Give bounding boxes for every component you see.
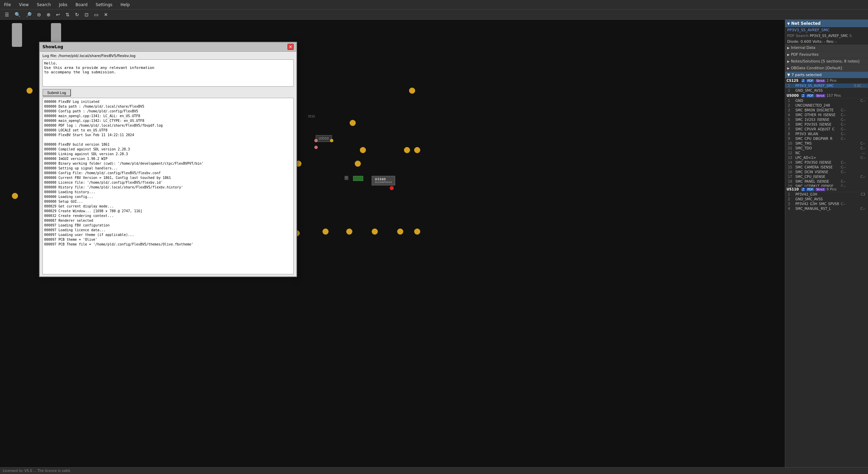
menu-view[interactable]: View xyxy=(18,2,30,8)
pcb-component[interactable] xyxy=(414,147,420,153)
u5110-net-2[interactable]: 2GND_SMC_AVSS xyxy=(785,197,868,202)
u5000-net-12[interactable]: 12NC--- xyxy=(785,151,868,156)
log-output[interactable]: 000000 FlexBV Log initiated 000000 Data … xyxy=(42,98,294,274)
c5125-nets: 1 PP3V3_S5_AVREF_SMC 0.6C -- 2 GND_SMC_A… xyxy=(785,84,868,93)
c5125-net-1[interactable]: 1 PP3V3_S5_AVREF_SMC 0.6C -- xyxy=(785,84,868,88)
menu-jobs[interactable]: Jobs xyxy=(58,2,69,8)
pcb-component[interactable] xyxy=(346,229,352,235)
parts-selected-count: 7 parts selected xyxy=(791,73,821,77)
obdata-row[interactable]: ▶ OBData Condition [Default] xyxy=(785,65,868,72)
u5000-net-10[interactable]: 10SMC_TMSC-- xyxy=(785,141,868,146)
u5000-net-1[interactable]: 1GNDC-- xyxy=(785,98,868,103)
pcb-resistor[interactable]: R xyxy=(345,176,348,180)
toolbar-fit-btn[interactable]: ⊡ xyxy=(82,11,91,18)
parts-selected-header: ▼ 7 parts selected xyxy=(785,72,868,78)
log-line: 000097 PCB Theme file = '/home/pld/.conf… xyxy=(44,242,292,247)
pcb-component[interactable] xyxy=(397,229,403,235)
u5000-net-9[interactable]: 9SMC_CPU_DBGPWR_RC-- xyxy=(785,136,868,141)
u5000-net-19[interactable]: 19SMC_LCDBKLT_ISENSEC-- xyxy=(785,184,868,187)
component-u5110[interactable]: U5110 Z PDF Strict 9 Pins xyxy=(785,187,868,192)
toolbar-undo-btn[interactable]: ↩ xyxy=(54,11,62,18)
u5000-net-4[interactable]: 4SMC_OTHER_HI_ISENSEC-- xyxy=(785,113,868,117)
u5000-net-17[interactable]: 17SMC_CPU_ISENSEC-- xyxy=(785,175,868,179)
pcb-component[interactable] xyxy=(355,161,361,167)
c5125-net-2[interactable]: 2 GND_SMC_AVSS xyxy=(785,88,868,93)
log-line: 000032 Create rendering context... xyxy=(44,214,292,218)
submit-log-button[interactable]: Submit Log xyxy=(42,89,71,96)
u5000-z-badge: Z xyxy=(801,94,805,97)
toolbar-rect-btn[interactable]: ▭ xyxy=(92,11,100,18)
log-line: 000097 Loading user theme (if applicable… xyxy=(44,233,292,237)
u5000-net-2[interactable]: 2UNCONNECTED_248 xyxy=(785,103,868,108)
u5000-net-11[interactable]: 11SMC_TDOC-- xyxy=(785,146,868,151)
log-file-path: Log file: /home/pld/.local/share/FlexBV5… xyxy=(42,54,294,58)
log-line: 000000 Compiled against SDL version 2.28… xyxy=(44,147,292,152)
menu-settings[interactable]: Settings xyxy=(94,2,114,8)
u5110-pdf-badge: PDF xyxy=(806,188,814,191)
menu-search[interactable]: Search xyxy=(36,2,52,8)
u3510-component[interactable]: U3510 xyxy=(316,135,332,142)
pdf-search-row: PDF Search PP3V3_S5_AVREF_SMC S xyxy=(785,33,868,39)
toolbar-plus-btn[interactable]: ⊕ xyxy=(44,11,53,18)
u5000-net-15[interactable]: 15SMC_CAMERA_ISENSEC-- xyxy=(785,165,868,170)
log-line: 000000 Loading history... xyxy=(44,190,292,195)
notes-solutions-row[interactable]: ▶ Notes/Solutions [5 sections, 8 notes] xyxy=(785,58,868,65)
internal-data-row[interactable]: ▶ Internal Data xyxy=(785,44,868,51)
log-line: 000000 Data path : /home/pld/.local/shar… xyxy=(44,104,292,109)
pcb-component[interactable] xyxy=(12,193,18,199)
u5110-z-badge: Z xyxy=(801,188,805,191)
toolbar-zoom-in-btn[interactable]: 🔍 xyxy=(13,11,22,18)
u5110-net-4[interactable]: 4SMC_MANUAL_RST_LC-- xyxy=(785,206,868,211)
toolbar-menu-btn[interactable]: ☰ xyxy=(3,11,11,18)
u5000-net-8[interactable]: 8PP3V3_WLANC-- xyxy=(785,132,868,136)
log-notes-textarea[interactable]: Hello. Use this area to provide any rele… xyxy=(42,59,294,87)
u5000-net-6[interactable]: 6SMC_P3V3S5_ISENSEC-- xyxy=(785,122,868,127)
pcb-component[interactable] xyxy=(322,229,329,235)
menu-file[interactable]: File xyxy=(3,2,12,8)
pdf-search-label: PDF Search xyxy=(787,34,809,38)
diode-row: Diode: 0.600 Volts: - Res: - xyxy=(785,39,868,44)
log-line: 000000 FlexBV Start Sun Feb 11 14:22:11 … xyxy=(44,133,292,138)
pcb-component[interactable] xyxy=(404,147,410,153)
pcb-component[interactable] xyxy=(372,229,378,235)
pcb-component[interactable] xyxy=(409,88,415,94)
pdf-favourites-row[interactable]: ▶ PDF Favourites xyxy=(785,51,868,58)
toolbar-zoom-out-btn[interactable]: 🔎 xyxy=(24,11,34,18)
u5000-net-5[interactable]: 5SMC_1V2S3_ISENSEC-- xyxy=(785,117,868,122)
dialog-body: Log file: /home/pld/.local/share/FlexBV5… xyxy=(40,52,296,276)
menu-help[interactable]: Help xyxy=(119,2,131,8)
pcb-component[interactable] xyxy=(414,229,420,235)
u5000-net-18[interactable]: 18SMC_PANEL_ISENSEC-- xyxy=(785,179,868,184)
toolbar-refresh-btn[interactable]: ↻ xyxy=(73,11,81,18)
u5000-net-14[interactable]: 14SMC_P3V3S0_ISENSEC-- xyxy=(785,160,868,165)
u5110-net-1[interactable]: 1PP3V42_G3HC3 xyxy=(785,192,868,197)
u5110-net-3[interactable]: 3PP3V42_G3H_SMC_SPVSRC-- xyxy=(785,202,868,206)
component-c5125[interactable]: C5125 Z PDF Strict 2 Pins xyxy=(785,78,868,84)
u5110-pins: 9 Pins xyxy=(827,187,837,191)
internal-data-label: Internal Data xyxy=(791,45,815,50)
dialog-title: ShowLog xyxy=(42,44,63,49)
net-name-pp3v3: PP3V3_S5_AVREF_SMC xyxy=(795,84,853,88)
u5000-net-3[interactable]: 3SMC_BMON_DISCRETEC-- xyxy=(785,108,868,113)
menu-board[interactable]: Board xyxy=(74,2,89,8)
dialog-close-button[interactable]: ✕ xyxy=(288,44,294,50)
toolbar-close-btn[interactable]: ✕ xyxy=(102,11,110,18)
log-line: 000000 Binary working folder (cwd): '/ho… xyxy=(44,161,292,166)
u5000-net-7[interactable]: 7SMC_CPUVR_ADJUST_CC-- xyxy=(785,127,868,132)
pcb-component[interactable] xyxy=(26,88,33,94)
toolbar-minus-btn[interactable]: ⊖ xyxy=(35,11,43,18)
pcb-green-comp[interactable] xyxy=(353,176,363,181)
u5000-net-16[interactable]: 16SMC_DCIN_VSENSEC-- xyxy=(785,170,868,175)
pcb-component[interactable] xyxy=(360,147,366,153)
showlog-dialog[interactable]: ShowLog ✕ Log file: /home/pld/.local/sha… xyxy=(39,42,297,277)
log-line: 000000 FlexBV build version 1861 xyxy=(44,142,292,147)
toolbar-flip-btn[interactable]: ⇅ xyxy=(63,11,72,18)
u5000-net-13[interactable]: 13LPC_AD<1>C-- xyxy=(785,156,868,160)
component-u5000[interactable]: U5000 Z PDF Strict 157 Pins xyxy=(785,93,868,98)
u5000-pdf-badge: PDF xyxy=(806,94,814,97)
u3340-component[interactable]: U3340 SLG4AP041V xyxy=(372,176,395,185)
log-line: 000000 main_opengl.cpp:1341: LC_ALL: en_… xyxy=(44,114,292,118)
pcb-marker xyxy=(390,186,394,190)
pdf-search-icon: S xyxy=(849,34,852,38)
pcb-component[interactable] xyxy=(350,120,356,126)
